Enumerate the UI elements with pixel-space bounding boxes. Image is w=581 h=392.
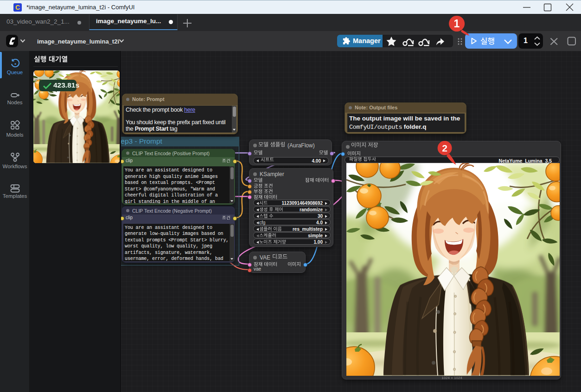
svg-text:C: C: [15, 4, 20, 11]
